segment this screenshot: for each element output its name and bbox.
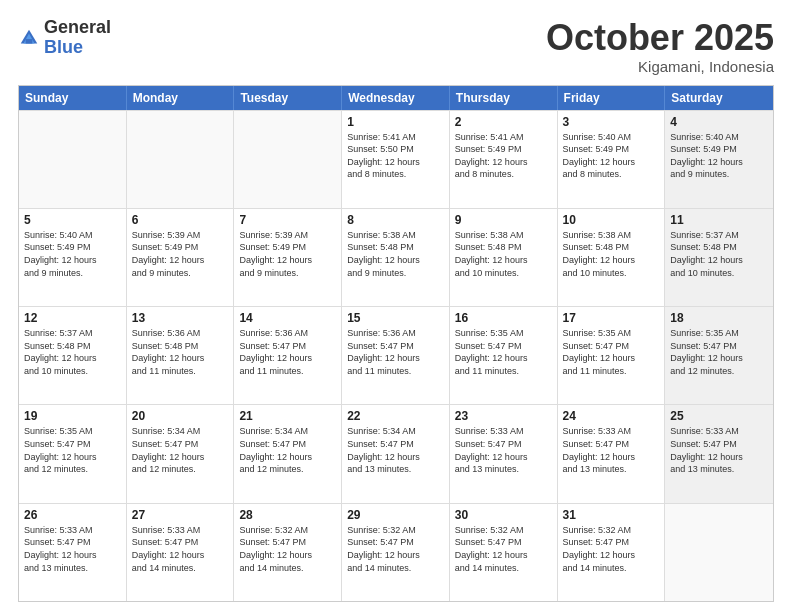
day-number: 19	[24, 409, 121, 423]
cell-content: Sunrise: 5:33 AM Sunset: 5:47 PM Dayligh…	[24, 524, 121, 574]
calendar-cell-empty-0-2	[234, 111, 342, 208]
calendar-cell-31: 31Sunrise: 5:32 AM Sunset: 5:47 PM Dayli…	[558, 504, 666, 601]
day-number: 14	[239, 311, 336, 325]
title-area: October 2025 Kigamani, Indonesia	[546, 18, 774, 75]
day-number: 7	[239, 213, 336, 227]
day-number: 18	[670, 311, 768, 325]
day-number: 12	[24, 311, 121, 325]
cell-content: Sunrise: 5:36 AM Sunset: 5:47 PM Dayligh…	[347, 327, 444, 377]
calendar-row-3: 19Sunrise: 5:35 AM Sunset: 5:47 PM Dayli…	[19, 404, 773, 502]
cell-content: Sunrise: 5:40 AM Sunset: 5:49 PM Dayligh…	[670, 131, 768, 181]
cell-content: Sunrise: 5:35 AM Sunset: 5:47 PM Dayligh…	[563, 327, 660, 377]
calendar-cell-20: 20Sunrise: 5:34 AM Sunset: 5:47 PM Dayli…	[127, 405, 235, 502]
day-number: 1	[347, 115, 444, 129]
calendar-cell-21: 21Sunrise: 5:34 AM Sunset: 5:47 PM Dayli…	[234, 405, 342, 502]
calendar-header: SundayMondayTuesdayWednesdayThursdayFrid…	[19, 86, 773, 110]
calendar-cell-28: 28Sunrise: 5:32 AM Sunset: 5:47 PM Dayli…	[234, 504, 342, 601]
calendar-cell-4: 4Sunrise: 5:40 AM Sunset: 5:49 PM Daylig…	[665, 111, 773, 208]
day-number: 16	[455, 311, 552, 325]
calendar-cell-27: 27Sunrise: 5:33 AM Sunset: 5:47 PM Dayli…	[127, 504, 235, 601]
day-number: 20	[132, 409, 229, 423]
calendar-cell-10: 10Sunrise: 5:38 AM Sunset: 5:48 PM Dayli…	[558, 209, 666, 306]
day-number: 10	[563, 213, 660, 227]
cell-content: Sunrise: 5:41 AM Sunset: 5:49 PM Dayligh…	[455, 131, 552, 181]
calendar-row-0: 1Sunrise: 5:41 AM Sunset: 5:50 PM Daylig…	[19, 110, 773, 208]
day-number: 11	[670, 213, 768, 227]
calendar-cell-1: 1Sunrise: 5:41 AM Sunset: 5:50 PM Daylig…	[342, 111, 450, 208]
cell-content: Sunrise: 5:33 AM Sunset: 5:47 PM Dayligh…	[132, 524, 229, 574]
calendar-cell-17: 17Sunrise: 5:35 AM Sunset: 5:47 PM Dayli…	[558, 307, 666, 404]
calendar-cell-25: 25Sunrise: 5:33 AM Sunset: 5:47 PM Dayli…	[665, 405, 773, 502]
cell-content: Sunrise: 5:34 AM Sunset: 5:47 PM Dayligh…	[239, 425, 336, 475]
day-number: 23	[455, 409, 552, 423]
cell-content: Sunrise: 5:40 AM Sunset: 5:49 PM Dayligh…	[24, 229, 121, 279]
calendar-cell-2: 2Sunrise: 5:41 AM Sunset: 5:49 PM Daylig…	[450, 111, 558, 208]
cell-content: Sunrise: 5:38 AM Sunset: 5:48 PM Dayligh…	[455, 229, 552, 279]
calendar-cell-9: 9Sunrise: 5:38 AM Sunset: 5:48 PM Daylig…	[450, 209, 558, 306]
day-number: 17	[563, 311, 660, 325]
day-number: 24	[563, 409, 660, 423]
calendar-cell-19: 19Sunrise: 5:35 AM Sunset: 5:47 PM Dayli…	[19, 405, 127, 502]
calendar-cell-29: 29Sunrise: 5:32 AM Sunset: 5:47 PM Dayli…	[342, 504, 450, 601]
logo-text: General Blue	[44, 18, 111, 58]
calendar: SundayMondayTuesdayWednesdayThursdayFrid…	[18, 85, 774, 602]
cell-content: Sunrise: 5:36 AM Sunset: 5:48 PM Dayligh…	[132, 327, 229, 377]
calendar-cell-13: 13Sunrise: 5:36 AM Sunset: 5:48 PM Dayli…	[127, 307, 235, 404]
cell-content: Sunrise: 5:41 AM Sunset: 5:50 PM Dayligh…	[347, 131, 444, 181]
cell-content: Sunrise: 5:32 AM Sunset: 5:47 PM Dayligh…	[563, 524, 660, 574]
cell-content: Sunrise: 5:33 AM Sunset: 5:47 PM Dayligh…	[563, 425, 660, 475]
calendar-cell-11: 11Sunrise: 5:37 AM Sunset: 5:48 PM Dayli…	[665, 209, 773, 306]
day-number: 29	[347, 508, 444, 522]
header-day-sunday: Sunday	[19, 86, 127, 110]
calendar-row-2: 12Sunrise: 5:37 AM Sunset: 5:48 PM Dayli…	[19, 306, 773, 404]
header-day-monday: Monday	[127, 86, 235, 110]
calendar-cell-24: 24Sunrise: 5:33 AM Sunset: 5:47 PM Dayli…	[558, 405, 666, 502]
logo: General Blue	[18, 18, 111, 58]
svg-rect-2	[26, 39, 33, 43]
calendar-cell-23: 23Sunrise: 5:33 AM Sunset: 5:47 PM Dayli…	[450, 405, 558, 502]
calendar-cell-3: 3Sunrise: 5:40 AM Sunset: 5:49 PM Daylig…	[558, 111, 666, 208]
day-number: 26	[24, 508, 121, 522]
calendar-cell-6: 6Sunrise: 5:39 AM Sunset: 5:49 PM Daylig…	[127, 209, 235, 306]
day-number: 8	[347, 213, 444, 227]
cell-content: Sunrise: 5:32 AM Sunset: 5:47 PM Dayligh…	[455, 524, 552, 574]
location: Kigamani, Indonesia	[546, 58, 774, 75]
calendar-cell-14: 14Sunrise: 5:36 AM Sunset: 5:47 PM Dayli…	[234, 307, 342, 404]
cell-content: Sunrise: 5:35 AM Sunset: 5:47 PM Dayligh…	[24, 425, 121, 475]
calendar-cell-22: 22Sunrise: 5:34 AM Sunset: 5:47 PM Dayli…	[342, 405, 450, 502]
cell-content: Sunrise: 5:32 AM Sunset: 5:47 PM Dayligh…	[347, 524, 444, 574]
calendar-cell-26: 26Sunrise: 5:33 AM Sunset: 5:47 PM Dayli…	[19, 504, 127, 601]
calendar-cell-8: 8Sunrise: 5:38 AM Sunset: 5:48 PM Daylig…	[342, 209, 450, 306]
day-number: 22	[347, 409, 444, 423]
cell-content: Sunrise: 5:36 AM Sunset: 5:47 PM Dayligh…	[239, 327, 336, 377]
day-number: 21	[239, 409, 336, 423]
calendar-cell-18: 18Sunrise: 5:35 AM Sunset: 5:47 PM Dayli…	[665, 307, 773, 404]
day-number: 30	[455, 508, 552, 522]
cell-content: Sunrise: 5:39 AM Sunset: 5:49 PM Dayligh…	[132, 229, 229, 279]
calendar-cell-16: 16Sunrise: 5:35 AM Sunset: 5:47 PM Dayli…	[450, 307, 558, 404]
calendar-row-4: 26Sunrise: 5:33 AM Sunset: 5:47 PM Dayli…	[19, 503, 773, 601]
day-number: 31	[563, 508, 660, 522]
cell-content: Sunrise: 5:39 AM Sunset: 5:49 PM Dayligh…	[239, 229, 336, 279]
header-day-wednesday: Wednesday	[342, 86, 450, 110]
day-number: 28	[239, 508, 336, 522]
calendar-cell-30: 30Sunrise: 5:32 AM Sunset: 5:47 PM Dayli…	[450, 504, 558, 601]
header-day-thursday: Thursday	[450, 86, 558, 110]
day-number: 2	[455, 115, 552, 129]
cell-content: Sunrise: 5:32 AM Sunset: 5:47 PM Dayligh…	[239, 524, 336, 574]
cell-content: Sunrise: 5:38 AM Sunset: 5:48 PM Dayligh…	[563, 229, 660, 279]
day-number: 9	[455, 213, 552, 227]
calendar-row-1: 5Sunrise: 5:40 AM Sunset: 5:49 PM Daylig…	[19, 208, 773, 306]
cell-content: Sunrise: 5:34 AM Sunset: 5:47 PM Dayligh…	[347, 425, 444, 475]
cell-content: Sunrise: 5:33 AM Sunset: 5:47 PM Dayligh…	[455, 425, 552, 475]
logo-blue: Blue	[44, 38, 111, 58]
calendar-cell-15: 15Sunrise: 5:36 AM Sunset: 5:47 PM Dayli…	[342, 307, 450, 404]
header-day-saturday: Saturday	[665, 86, 773, 110]
day-number: 6	[132, 213, 229, 227]
month-title: October 2025	[546, 18, 774, 58]
calendar-cell-empty-4-6	[665, 504, 773, 601]
day-number: 27	[132, 508, 229, 522]
cell-content: Sunrise: 5:33 AM Sunset: 5:47 PM Dayligh…	[670, 425, 768, 475]
logo-general: General	[44, 18, 111, 38]
calendar-cell-5: 5Sunrise: 5:40 AM Sunset: 5:49 PM Daylig…	[19, 209, 127, 306]
